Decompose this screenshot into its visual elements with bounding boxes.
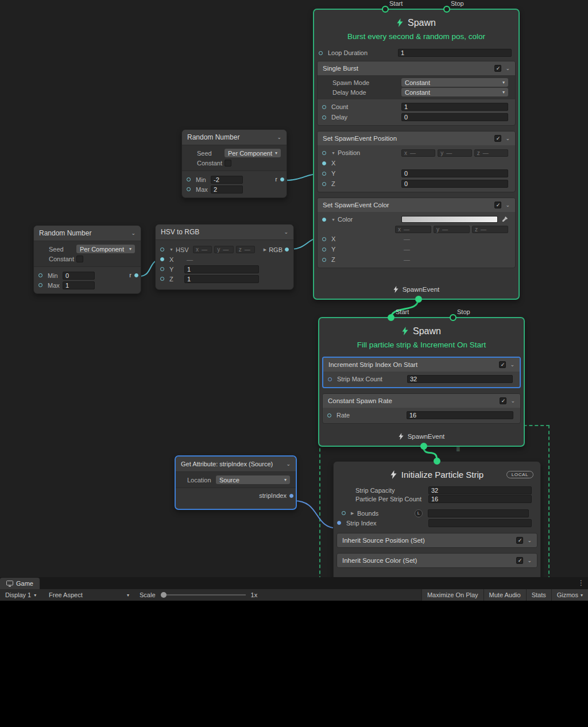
expand-down-icon[interactable]: ▼	[331, 151, 338, 155]
expand-right-icon[interactable]: ▶	[351, 511, 357, 516]
max-field[interactable]: 2	[211, 185, 243, 194]
max-port[interactable]	[187, 187, 191, 191]
hsv-y-port[interactable]	[160, 267, 164, 271]
bounds-field[interactable]	[428, 509, 529, 517]
block-inherit-source-position[interactable]: Inherit Source Position (Set) ✓ ⌄	[336, 533, 537, 548]
node-header[interactable]: Random Number ⌄	[182, 130, 287, 145]
color-swatch-field[interactable]	[401, 216, 498, 223]
stats-button[interactable]: Stats	[526, 589, 551, 601]
random-output-port[interactable]	[280, 177, 284, 181]
block-enabled-checkbox[interactable]: ✓	[500, 397, 506, 404]
spawnevent-output-port[interactable]	[415, 296, 422, 303]
delay-field[interactable]: 0	[401, 113, 508, 121]
tab-menu-icon[interactable]: ⋮	[578, 579, 585, 587]
rate-port[interactable]	[327, 413, 331, 417]
block-header[interactable]: Set SpawnEvent Position ✓ ⌄	[318, 132, 515, 145]
hsv-z-field[interactable]: 1	[184, 275, 259, 283]
scale-slider-knob[interactable]	[161, 592, 167, 598]
random-number-node-left[interactable]: Random Number ⌄ Seed Per Component▾ Cons…	[33, 225, 141, 294]
delay-mode-dropdown[interactable]: Constant▾	[401, 88, 508, 96]
block-collapse-chevron-icon[interactable]: ⌄	[510, 398, 515, 404]
min-port[interactable]	[38, 273, 42, 277]
node-header[interactable]: Random Number ⌄	[34, 226, 141, 241]
block-header[interactable]: Inherit Source Color (Set) ✓ ⌄	[337, 554, 537, 567]
scale-slider[interactable]	[161, 594, 246, 595]
position-port[interactable]	[322, 151, 326, 155]
node-header[interactable]: HSV to RGB ⌄	[156, 225, 293, 240]
block-single-burst[interactable]: Single Burst ✓ ⌄ Spawn Mode Constant▾ De…	[317, 61, 516, 126]
position-x-port[interactable]	[322, 161, 326, 165]
position-z-port[interactable]	[322, 182, 326, 186]
block-set-spawnevent-color[interactable]: Set SpawnEvent Color ✓ ⌄ ▼ Color	[317, 198, 516, 268]
graph-canvas[interactable]: Particle Strip Start Stop Spawn Burst ev…	[0, 0, 588, 577]
maximize-on-play-button[interactable]: Maximize On Play	[421, 589, 483, 601]
count-port[interactable]	[322, 105, 326, 109]
delay-port[interactable]	[322, 115, 326, 119]
hsv-x-port[interactable]	[160, 257, 164, 261]
block-enabled-checkbox[interactable]: ✓	[516, 537, 523, 544]
aspect-dropdown[interactable]: Free Aspect ▾	[44, 589, 134, 601]
flow-port-start[interactable]	[388, 314, 394, 321]
flow-input-port[interactable]	[434, 458, 440, 465]
min-port[interactable]	[187, 177, 191, 181]
block-header[interactable]: Single Burst ✓ ⌄	[318, 61, 515, 75]
spawn-context-burst[interactable]: Start Stop Spawn Burst every second & ra…	[313, 9, 520, 300]
hsv-to-rgb-node[interactable]: HSV to RGB ⌄ ▼ HSV x— y— z— ▶ RGB	[155, 224, 294, 290]
bounds-space-toggle[interactable]: L	[415, 509, 423, 517]
hsv-port[interactable]	[160, 248, 164, 252]
block-collapse-chevron-icon[interactable]: ⌄	[505, 136, 510, 141]
color-y-port[interactable]	[322, 248, 326, 252]
random-output-port[interactable]	[134, 273, 138, 277]
strip-max-count-port[interactable]	[328, 377, 332, 381]
flow-port-start[interactable]	[382, 6, 389, 13]
block-collapse-chevron-icon[interactable]: ⌄	[510, 362, 514, 368]
spawnevent-output-port[interactable]	[420, 443, 427, 450]
max-port[interactable]	[38, 283, 42, 287]
expand-down-icon[interactable]: ▼	[169, 248, 176, 252]
seed-dropdown[interactable]: Per Component▾	[225, 149, 281, 157]
get-attribute-node[interactable]: Get Attribute: stripIndex (Source) ⌄ Loc…	[175, 455, 297, 510]
block-header[interactable]: Inherit Source Position (Set) ✓ ⌄	[337, 533, 537, 547]
tab-game[interactable]: Game	[0, 578, 40, 589]
strip-capacity-field[interactable]: 32	[428, 486, 532, 494]
block-collapse-chevron-icon[interactable]: ⌄	[527, 558, 532, 563]
color-port[interactable]	[322, 218, 326, 222]
spawn-context-strip[interactable]: Start Stop Spawn Fill particle strip & I…	[318, 317, 525, 447]
spawn-mode-dropdown[interactable]: Constant▾	[401, 78, 508, 87]
block-inherit-source-color[interactable]: Inherit Source Color (Set) ✓ ⌄	[336, 553, 537, 568]
block-collapse-chevron-icon[interactable]: ⌄	[505, 65, 510, 71]
eyedropper-icon[interactable]	[501, 216, 508, 223]
block-enabled-checkbox[interactable]: ✓	[499, 361, 506, 368]
position-y-field[interactable]: 0	[401, 169, 508, 177]
block-set-spawnevent-position[interactable]: Set SpawnEvent Position ✓ ⌄ ▼ Position x…	[317, 131, 516, 192]
strip-index-port[interactable]	[337, 521, 341, 525]
max-field[interactable]: 1	[63, 281, 95, 289]
display-dropdown[interactable]: Display 1 ▾	[0, 589, 44, 601]
block-header[interactable]: Constant Spawn Rate ✓ ⌄	[323, 394, 520, 408]
flow-port-stop[interactable]	[443, 6, 450, 13]
hsv-z-port[interactable]	[160, 277, 164, 281]
collapse-chevron-icon[interactable]: ⌄	[284, 229, 288, 235]
strip-max-count-field[interactable]: 32	[407, 375, 513, 383]
color-x-port[interactable]	[322, 237, 326, 241]
random-number-node-top[interactable]: Random Number ⌄ Seed Per Component▾ Cons…	[181, 129, 287, 198]
location-dropdown[interactable]: Source▾	[216, 475, 290, 484]
color-z-port[interactable]	[322, 258, 326, 262]
rate-field[interactable]: 16	[407, 411, 513, 419]
position-y-port[interactable]	[322, 172, 326, 176]
node-header[interactable]: Get Attribute: stripIndex (Source) ⌄	[176, 457, 296, 472]
seed-dropdown[interactable]: Per Component▾	[76, 245, 135, 253]
strip-index-field[interactable]	[428, 519, 532, 527]
collapse-chevron-icon[interactable]: ⌄	[131, 230, 136, 236]
loop-duration-port[interactable]	[319, 51, 323, 55]
min-field[interactable]: 0	[63, 272, 95, 280]
position-z-field[interactable]: 0	[401, 180, 508, 188]
count-field[interactable]: 1	[401, 103, 508, 111]
loop-duration-field[interactable]: 1	[398, 49, 512, 57]
rgb-output-port[interactable]	[285, 248, 289, 252]
bounds-port[interactable]	[342, 511, 346, 515]
block-enabled-checkbox[interactable]: ✓	[494, 135, 501, 142]
local-space-badge[interactable]: LOCAL	[506, 471, 533, 478]
hsv-y-field[interactable]: 1	[184, 265, 259, 273]
block-enabled-checkbox[interactable]: ✓	[494, 65, 501, 72]
